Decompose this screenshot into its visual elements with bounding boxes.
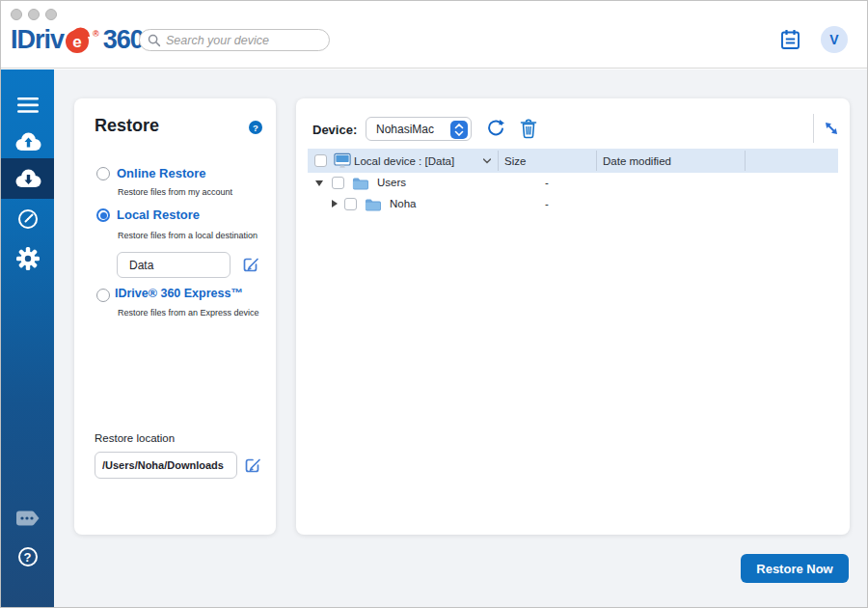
row-size: -	[498, 198, 596, 209]
row-name: Users	[377, 177, 406, 188]
delete-icon[interactable]	[519, 118, 538, 143]
restore-location-label: Restore location	[95, 432, 175, 444]
table-row-noha[interactable]: Noha -	[308, 194, 838, 215]
restore-options-panel: Restore ? Online Restore Restore files f…	[74, 98, 276, 535]
logo-lock-e-icon: e	[65, 25, 92, 54]
column-header-size[interactable]: Size	[504, 149, 526, 173]
device-select-value: NohasiMac	[376, 123, 434, 136]
online-restore-label[interactable]: Online Restore	[117, 166, 205, 180]
express-restore-desc: Restore files from an Express device	[118, 308, 259, 318]
window-zoom-button[interactable]	[45, 9, 57, 20]
search-icon	[148, 34, 161, 47]
sidebar-item-feedback[interactable]	[1, 498, 54, 539]
column-device-chevron-icon[interactable]	[483, 149, 491, 173]
restore-help-glyph: ?	[253, 123, 258, 133]
column-header-date-modified[interactable]: Date modified	[603, 149, 671, 173]
edit-destination-icon[interactable]	[242, 256, 260, 278]
folder-icon	[352, 177, 368, 194]
edit-location-icon[interactable]	[244, 456, 262, 479]
search-bar	[139, 29, 330, 51]
local-destination-field[interactable]	[117, 252, 231, 278]
expand-noha-icon[interactable]	[332, 200, 338, 207]
select-all-checkbox[interactable]	[314, 154, 327, 167]
sidebar-item-help[interactable]: ?	[1, 537, 54, 577]
users-checkbox[interactable]	[332, 177, 344, 189]
gear-icon	[15, 246, 41, 271]
top-bar: IDriv e ® 360	[1, 1, 867, 69]
sidebar-item-restore[interactable]	[1, 158, 54, 199]
express-restore-label[interactable]: IDrive® 360 Express™	[115, 287, 243, 300]
restore-location-field[interactable]	[95, 452, 237, 479]
select-stepper-icon	[450, 121, 468, 139]
radio-express-restore[interactable]	[96, 289, 110, 302]
sidebar-item-backup[interactable]	[1, 122, 54, 162]
row-name: Noha	[390, 198, 417, 209]
feedback-dots-icon	[14, 509, 41, 528]
device-label: Device:	[312, 123, 357, 137]
computer-icon	[334, 149, 351, 173]
sidebar-item-menu[interactable]	[1, 85, 54, 125]
help-circle-icon: ?	[18, 547, 38, 567]
table-row-users[interactable]: Users -	[308, 173, 838, 194]
user-avatar[interactable]: V	[821, 26, 848, 53]
window-close-button[interactable]	[11, 9, 22, 20]
sidebar-item-activity[interactable]	[1, 199, 54, 239]
device-select[interactable]: NohasiMac	[366, 117, 472, 141]
restore-help-icon[interactable]: ?	[249, 121, 262, 134]
refresh-icon[interactable]	[485, 118, 506, 143]
logo-text-left: IDriv	[11, 25, 64, 55]
clock-history-icon	[16, 207, 40, 231]
window-minimize-button[interactable]	[28, 9, 40, 20]
app-window: IDriv e ® 360	[0, 0, 868, 608]
activity-log-icon[interactable]	[779, 28, 801, 51]
cloud-upload-icon	[14, 131, 42, 152]
avatar-initial: V	[829, 32, 838, 47]
collapse-users-icon[interactable]	[315, 180, 323, 186]
sidebar-nav: ?	[1, 69, 54, 608]
restore-now-button[interactable]: Restore Now	[741, 554, 849, 583]
panel-title: Restore	[95, 116, 159, 136]
hamburger-menu-icon	[16, 97, 40, 114]
column-header-device[interactable]: Local device : [Data]	[354, 149, 454, 173]
noha-checkbox[interactable]	[344, 198, 357, 210]
folder-icon	[365, 198, 381, 215]
row-size: -	[498, 177, 596, 188]
logo-text-right: 360	[103, 25, 144, 55]
svg-text:e: e	[72, 33, 81, 51]
idrive-360-logo: IDriv e ® 360	[11, 22, 144, 57]
logo-registered-mark: ®	[93, 29, 99, 39]
radio-local-restore[interactable]	[96, 208, 110, 222]
cloud-download-icon	[14, 168, 42, 189]
sidebar-item-settings[interactable]	[1, 238, 54, 279]
radio-online-restore[interactable]	[96, 167, 110, 180]
local-restore-desc: Restore files from a local destination	[118, 231, 258, 240]
toolbar-divider	[813, 114, 814, 143]
expand-panel-icon[interactable]	[823, 120, 840, 141]
file-table-header: Local device : [Data] Size Date modified	[308, 149, 838, 173]
main-content: Restore ? Online Restore Restore files f…	[54, 69, 867, 608]
help-glyph: ?	[24, 550, 32, 565]
online-restore-desc: Restore files from my account	[118, 187, 232, 197]
topbar-actions: V	[779, 26, 848, 53]
device-browser-panel: Device: NohasiMac	[296, 98, 850, 535]
search-input[interactable]	[166, 34, 320, 47]
local-restore-label[interactable]: Local Restore	[117, 207, 200, 222]
